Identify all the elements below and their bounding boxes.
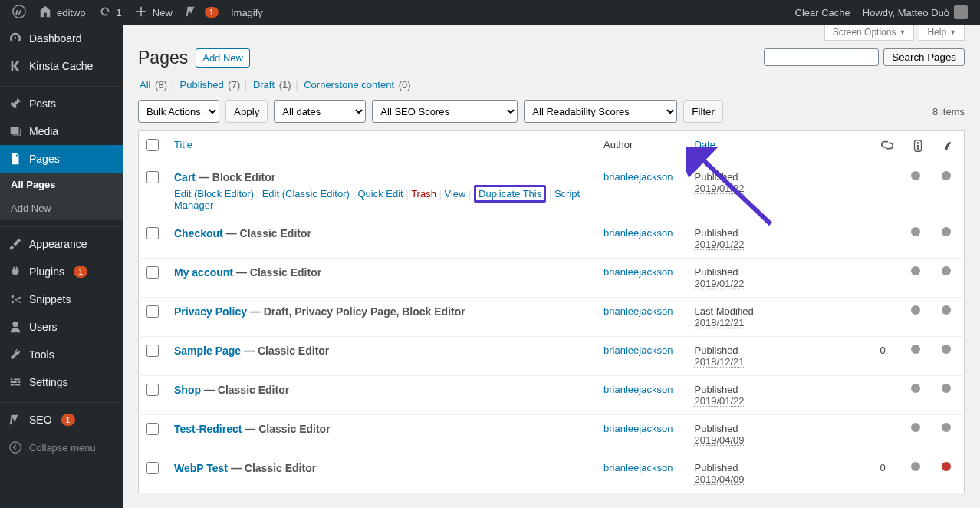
menu-tools[interactable]: Tools (0, 341, 123, 368)
view-draft[interactable]: Draft (253, 79, 275, 91)
submenu-all-pages[interactable]: All Pages (0, 173, 123, 196)
menu-seo[interactable]: SEO1 (0, 406, 123, 434)
screen-options-tab[interactable]: Screen Options ▼ (824, 25, 915, 41)
date-value: 2019/01/22 (695, 278, 745, 289)
readability-select[interactable]: All Readability Scores (524, 100, 677, 123)
menu-appearance[interactable]: Appearance (0, 230, 123, 258)
col-author: Author (596, 131, 686, 163)
page-title-link[interactable]: My account (174, 266, 233, 279)
readability-dot (942, 345, 951, 354)
links-cell (873, 298, 903, 337)
new-label: New (153, 7, 173, 18)
add-new-button[interactable]: Add New (196, 48, 250, 68)
svg-point-5 (916, 147, 919, 150)
bulk-actions-select[interactable]: Bulk Actions (138, 100, 219, 123)
duplicate-link[interactable]: Duplicate This (478, 188, 541, 200)
menu-users[interactable]: Users (0, 313, 123, 341)
site-name-label: editwp (57, 7, 86, 18)
author-link[interactable]: brianleejackson (603, 266, 673, 278)
row-checkbox[interactable] (146, 345, 159, 357)
search-input[interactable] (764, 48, 879, 66)
author-link[interactable]: brianleejackson (603, 384, 673, 395)
author-link[interactable]: brianleejackson (603, 423, 673, 434)
page-title-link[interactable]: WebP Test (174, 462, 228, 474)
collapse-menu[interactable]: Collapse menu (0, 434, 123, 461)
author-link[interactable]: brianleejackson (603, 462, 673, 473)
post-state: — Block Editor (196, 171, 275, 183)
menu-dashboard-label: Dashboard (29, 32, 82, 45)
page-title-link[interactable]: Shop (174, 384, 201, 396)
post-state: — Classic Editor (242, 423, 330, 435)
updates-link[interactable]: 1 (92, 0, 128, 25)
updates-count: 1 (117, 7, 122, 18)
menu-media-label: Media (29, 125, 58, 137)
plug-icon (8, 264, 23, 279)
view-published-count: (7) (228, 79, 240, 91)
row-title: Privacy Policy — Draft, Privacy Policy P… (174, 305, 588, 318)
page-title-link[interactable]: Test-Redirect (174, 423, 242, 435)
account-link[interactable]: Howdy, Matteo Duò (857, 0, 974, 25)
row-checkbox[interactable] (146, 266, 159, 279)
author-link[interactable]: brianleejackson (603, 345, 673, 356)
date-filter-select[interactable]: All dates (274, 100, 366, 123)
view-all[interactable]: All (140, 79, 150, 91)
brush-icon (8, 236, 23, 252)
seo-dot (911, 384, 920, 393)
submenu-add-new[interactable]: Add New (0, 196, 123, 220)
new-content[interactable]: New (128, 0, 179, 25)
menu-kinsta-label: Kinsta Cache (29, 60, 93, 72)
row-title: My account — Classic Editor (174, 266, 588, 279)
menu-plugins[interactable]: Plugins1 (0, 258, 123, 285)
author-link[interactable]: brianleejackson (603, 171, 673, 183)
edit-classic-link[interactable]: Edit (Classic Editor) (262, 188, 350, 200)
table-row: WebP Test — Classic Editor brianleejacks… (139, 454, 965, 493)
yoast-badge: 1 (205, 7, 219, 18)
row-checkbox[interactable] (146, 227, 159, 239)
author-link[interactable]: brianleejackson (603, 305, 673, 317)
menu-settings[interactable]: Settings (0, 368, 123, 396)
page-title-link[interactable]: Privacy Policy (174, 305, 247, 318)
filter-button[interactable]: Filter (683, 100, 723, 123)
menu-kinsta[interactable]: Kinsta Cache (0, 52, 123, 80)
row-checkbox[interactable] (146, 423, 159, 435)
seo-dot (911, 227, 920, 236)
page-title-link[interactable]: Cart (174, 171, 196, 183)
view-cornerstone[interactable]: Cornerstone content (304, 79, 394, 91)
col-title[interactable]: Title (174, 139, 192, 150)
pages-submenu: All Pages Add New (0, 173, 123, 220)
seo-score-select[interactable]: All SEO Scores (372, 100, 518, 123)
wp-logo[interactable] (6, 0, 32, 25)
search-pages-button[interactable]: Search Pages (883, 48, 965, 66)
menu-media[interactable]: Media (0, 117, 123, 145)
submenu-all-pages-label: All Pages (11, 179, 56, 190)
page-title-link[interactable]: Checkout (174, 227, 223, 239)
menu-posts[interactable]: Posts (0, 90, 123, 117)
col-date[interactable]: Date (695, 139, 715, 150)
table-row: My account — Classic Editor brianleejack… (139, 259, 965, 298)
site-name[interactable]: editwp (32, 0, 92, 25)
view-link[interactable]: View (445, 188, 466, 200)
menu-snippets[interactable]: Snippets (0, 285, 123, 313)
author-link[interactable]: brianleejackson (603, 227, 673, 239)
page-title-link[interactable]: Sample Page (174, 345, 241, 357)
edit-block-link[interactable]: Edit (Block Editor) (174, 188, 254, 200)
col-seo-icon (903, 131, 934, 163)
help-tab[interactable]: Help ▼ (919, 25, 965, 41)
yoast-link[interactable]: 1 (179, 0, 225, 25)
pages-table: Title Author Date Cart — Block Editor Ed… (138, 130, 965, 493)
imagify-link[interactable]: Imagify (225, 0, 269, 25)
menu-dashboard[interactable]: Dashboard (0, 25, 123, 52)
quick-edit-link[interactable]: Quick Edit (357, 188, 403, 200)
row-checkbox[interactable] (146, 171, 159, 183)
user-icon (8, 319, 23, 335)
row-checkbox[interactable] (146, 305, 159, 318)
trash-link[interactable]: Trash (411, 188, 436, 200)
row-checkbox[interactable] (146, 384, 159, 396)
row-checkbox[interactable] (146, 462, 159, 474)
apply-button[interactable]: Apply (225, 100, 268, 123)
collapse-icon (8, 440, 23, 455)
select-all-checkbox[interactable] (146, 139, 159, 151)
menu-pages[interactable]: Pages (0, 145, 123, 173)
view-published[interactable]: Published (180, 79, 224, 91)
clear-cache-link[interactable]: Clear Cache (789, 0, 857, 25)
